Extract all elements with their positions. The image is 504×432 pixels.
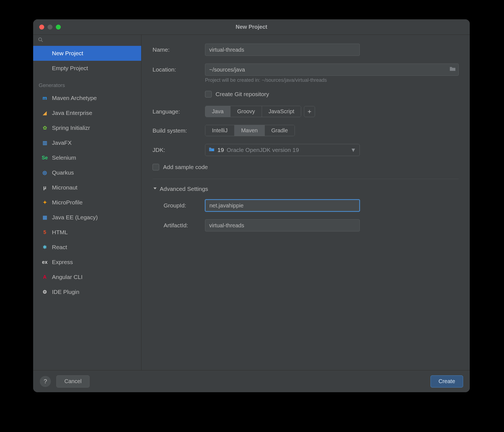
browse-folder-button[interactable] — [449, 66, 456, 73]
sidebar-item-java-ee-legacy-[interactable]: ▦Java EE (Legacy) — [33, 210, 141, 225]
sidebar-item-label: Micronaut — [52, 184, 77, 191]
sidebar-item-label: HTML — [52, 229, 68, 236]
language-label: Language: — [153, 108, 205, 115]
groupid-input[interactable] — [205, 199, 360, 212]
plus-icon: + — [308, 108, 311, 115]
micronaut-icon: μ — [41, 184, 48, 191]
divider — [153, 179, 459, 179]
location-input[interactable] — [205, 64, 459, 76]
dialog-body: New ProjectEmpty Project Generators mMav… — [33, 35, 470, 370]
jdk-folder-icon — [209, 146, 215, 154]
generators-header: Generators — [33, 76, 141, 91]
sidebar-item-label: Maven Archetype — [52, 95, 97, 101]
build-label: Build system: — [153, 127, 205, 134]
sample-code-checkbox[interactable] — [153, 164, 159, 170]
add-language-button[interactable]: + — [304, 106, 315, 117]
sidebar-item-label: Java EE (Legacy) — [52, 214, 98, 221]
git-checkbox-label: Create Git repository — [216, 91, 269, 98]
java-enterprise-icon: ◢ — [41, 110, 48, 116]
sidebar-item-microprofile[interactable]: ✦MicroProfile — [33, 195, 141, 210]
help-button[interactable]: ? — [40, 376, 51, 387]
sidebar-item-label: Selenium — [52, 154, 76, 161]
maximize-window-button[interactable] — [56, 25, 61, 30]
groupid-label: GroupId: — [164, 202, 205, 209]
artifactid-input[interactable] — [205, 219, 360, 231]
create-button[interactable]: Create — [431, 375, 463, 388]
build-option-maven[interactable]: Maven — [235, 125, 265, 136]
svg-point-0 — [39, 38, 42, 41]
close-window-button[interactable] — [39, 25, 44, 30]
quarkus-icon: ◎ — [41, 169, 48, 176]
html-icon: 5 — [41, 229, 48, 236]
name-label: Name: — [153, 46, 205, 53]
jdk-label: JDK: — [153, 147, 205, 153]
cancel-button[interactable]: Cancel — [56, 375, 90, 388]
sidebar-item-label: IDE Plugin — [52, 289, 79, 295]
sidebar-item-label: Empty Project — [52, 65, 88, 72]
build-option-gradle[interactable]: Gradle — [265, 125, 295, 136]
sidebar-item-label: Quarkus — [52, 169, 74, 176]
sidebar-item-express[interactable]: exExpress — [33, 255, 141, 270]
jdk-combobox[interactable]: 19 Oracle OpenJDK version 19 ▼ — [205, 144, 360, 156]
new-project-dialog: New Project New ProjectEmpty Project Gen… — [33, 19, 470, 392]
selenium-icon: Se — [41, 154, 48, 161]
sidebar-item-label: Spring Initializr — [52, 125, 90, 131]
sidebar-item-micronaut[interactable]: μMicronaut — [33, 180, 141, 195]
sidebar-item-empty-project[interactable]: Empty Project — [33, 61, 141, 76]
angular-cli-icon: A — [41, 274, 48, 280]
sidebar: New ProjectEmpty Project Generators mMav… — [33, 35, 141, 370]
language-option-groovy[interactable]: Groovy — [230, 106, 262, 117]
advanced-settings-panel: GroupId: ArtifactId: — [153, 199, 459, 231]
sidebar-item-label: Express — [52, 259, 73, 265]
location-hint: Project will be created in: ~/sources/ja… — [205, 77, 459, 83]
titlebar: New Project — [33, 19, 470, 35]
build-option-intellij[interactable]: IntelliJ — [205, 125, 235, 136]
minimize-window-button[interactable] — [48, 25, 53, 30]
git-checkbox[interactable] — [205, 91, 212, 98]
sidebar-item-label: MicroProfile — [52, 199, 83, 206]
svg-rect-2 — [212, 149, 214, 151]
chevron-down-icon: ▼ — [350, 147, 356, 153]
help-icon: ? — [44, 378, 47, 385]
sidebar-item-react[interactable]: ⚛React — [33, 240, 141, 255]
sidebar-item-java-enterprise[interactable]: ◢Java Enterprise — [33, 106, 141, 120]
react-icon: ⚛ — [41, 244, 48, 251]
footer: ? Cancel Create — [33, 370, 470, 392]
sample-code-label: Add sample code — [163, 164, 208, 170]
advanced-settings-toggle[interactable]: Advanced Settings — [153, 186, 459, 192]
express-icon: ex — [41, 259, 48, 265]
jdk-description: Oracle OpenJDK version 19 — [227, 147, 299, 153]
maven-archetype-icon: m — [41, 95, 48, 101]
sidebar-item-label: JavaFX — [52, 139, 72, 146]
ide-plugin-icon: ⚙ — [41, 289, 48, 295]
language-segmented: JavaGroovyJavaScript — [205, 106, 301, 117]
blank-icon — [41, 65, 48, 72]
language-option-javascript[interactable]: JavaScript — [262, 106, 301, 117]
sidebar-item-label: React — [52, 244, 67, 251]
window-controls — [39, 25, 61, 30]
sidebar-item-selenium[interactable]: SeSelenium — [33, 150, 141, 165]
javafx-icon: ▥ — [41, 139, 48, 146]
blank-icon — [41, 50, 48, 57]
sidebar-search[interactable] — [33, 35, 141, 46]
search-icon — [38, 37, 44, 44]
sidebar-item-ide-plugin[interactable]: ⚙IDE Plugin — [33, 285, 141, 299]
build-segmented: IntelliJMavenGradle — [205, 125, 295, 136]
name-input[interactable] — [205, 44, 360, 56]
sidebar-item-label: New Project — [52, 50, 83, 57]
sidebar-item-quarkus[interactable]: ◎Quarkus — [33, 165, 141, 180]
java-ee-legacy--icon: ▦ — [41, 214, 48, 221]
form-panel: Name: Location: Project will be created … — [141, 35, 470, 370]
language-option-java[interactable]: Java — [205, 106, 230, 117]
sidebar-item-html[interactable]: 5HTML — [33, 225, 141, 240]
microprofile-icon: ✦ — [41, 199, 48, 206]
sidebar-item-new-project[interactable]: New Project — [33, 46, 141, 61]
sidebar-item-spring-initializr[interactable]: ✿Spring Initializr — [33, 120, 141, 135]
folder-icon — [449, 67, 456, 73]
sidebar-item-angular-cli[interactable]: AAngular CLI — [33, 270, 141, 285]
sidebar-item-maven-archetype[interactable]: mMaven Archetype — [33, 91, 141, 106]
svg-line-1 — [41, 41, 43, 42]
sidebar-item-javafx[interactable]: ▥JavaFX — [33, 135, 141, 150]
cancel-button-label: Cancel — [64, 378, 82, 384]
create-button-label: Create — [439, 378, 455, 384]
